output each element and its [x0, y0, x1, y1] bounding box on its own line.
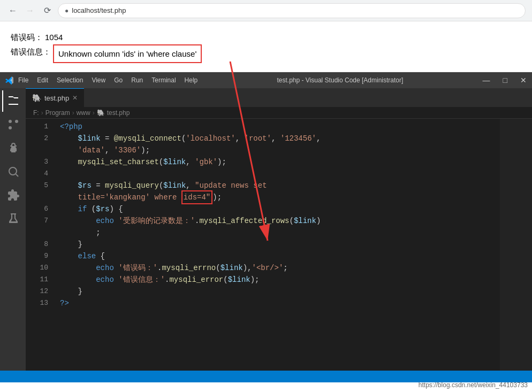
breadcrumb-www: www [77, 109, 90, 117]
browser-chrome: ← → ⟳ ● localhost/test.php [0, 0, 532, 21]
menu-file[interactable]: File [18, 76, 28, 84]
code-line-13: ?> [60, 297, 500, 309]
minimize-button[interactable]: — [483, 76, 490, 84]
status-bar [0, 371, 532, 382]
code-line-5a: $rs = mysqli_query($link, "update news s… [60, 180, 500, 191]
menu-selection[interactable]: Selection [57, 76, 83, 84]
code-line-3: mysqli_set_charset($link, 'gbk'); [60, 156, 500, 168]
menu-go[interactable]: Go [114, 76, 123, 84]
error-code-line: 错误码： 1054 [11, 30, 521, 44]
menu-edit[interactable]: Edit [37, 76, 48, 84]
editor-area: 🐘 test.php ✕ F: › Program › www › 🐘 test… [26, 88, 532, 371]
code-line-7b: ; [60, 227, 500, 239]
url-text: localhost/test.php [72, 6, 126, 14]
code-line-10: echo '错误码：'.mysqli_errno($link),'<br/>'; [60, 262, 500, 274]
page-wrapper: ← → ⟳ ● localhost/test.php 错误码： 1054 错误信… [0, 0, 532, 382]
svg-point-2 [9, 120, 12, 123]
svg-point-3 [9, 167, 17, 175]
code-line-7a: echo '受影响的记录数是：'.mysqli_affected_rows($l… [60, 215, 500, 227]
refresh-button[interactable]: ⟳ [41, 4, 54, 17]
vscode-window: File Edit Selection View Go Run Terminal… [0, 72, 532, 382]
window-title: test.php - Visual Studio Code [Administr… [197, 76, 482, 84]
code-line-2b: 'data', '3306'); [60, 144, 500, 156]
menu-view[interactable]: View [92, 76, 105, 84]
forward-button[interactable]: → [24, 4, 36, 17]
extensions-icon[interactable] [2, 185, 24, 206]
code-line-9: else { [60, 250, 500, 262]
code-line-8: } [60, 239, 500, 250]
breadcrumb-file-icon: 🐘 [97, 109, 105, 117]
menu-bar: File Edit Selection View Go Run Terminal… [18, 76, 197, 84]
search-icon[interactable] [2, 161, 24, 182]
maximize-button[interactable]: □ [503, 76, 507, 84]
code-line-6: if ($rs) { [60, 203, 500, 215]
php-file-icon: 🐘 [32, 94, 41, 102]
tab-bar: 🐘 test.php ✕ [26, 88, 532, 107]
line-numbers: 1 2 3 4 5 6 7 8 9 10 11 12 [26, 119, 52, 371]
code-line-4 [60, 168, 500, 180]
vscode-content: 🐘 test.php ✕ F: › Program › www › 🐘 test… [0, 88, 532, 371]
error-code-label: 错误码： [11, 30, 43, 44]
breadcrumb-f: F: [33, 109, 39, 117]
breadcrumb-file: test.php [107, 109, 130, 117]
vscode-logo-icon [5, 76, 14, 84]
back-button[interactable]: ← [6, 4, 19, 17]
code-editor[interactable]: 1 2 3 4 5 6 7 8 9 10 11 12 [26, 119, 532, 371]
code-line-5b: title='kangkang' where ids=4"); [60, 191, 500, 203]
svg-line-4 [16, 174, 18, 176]
menu-help[interactable]: Help [185, 76, 198, 84]
flask-icon[interactable] [2, 208, 24, 229]
ids-highlighted-box: ids=4" [181, 190, 212, 204]
explorer-icon[interactable] [2, 90, 24, 112]
code-line-12: } [60, 286, 500, 297]
window-controls: — □ ✕ [483, 76, 527, 84]
svg-point-1 [15, 120, 18, 123]
minimap [500, 119, 532, 371]
git-icon[interactable] [2, 114, 24, 135]
code-content: <?php $link = @mysqli_connect('localhost… [52, 119, 500, 371]
error-code-value: 1054 [45, 30, 63, 44]
close-button[interactable]: ✕ [520, 76, 527, 84]
breadcrumb-program: Program [45, 109, 70, 117]
tab-test-php[interactable]: 🐘 test.php ✕ [26, 88, 84, 107]
lock-icon: ● [65, 7, 69, 14]
csdn-watermark: https://blog.csdn.net/weixin_44103733 [419, 381, 528, 389]
menu-run[interactable]: Run [131, 76, 143, 84]
address-bar[interactable]: ● localhost/test.php [58, 3, 526, 18]
activity-bar [0, 88, 26, 371]
breadcrumb: F: › Program › www › 🐘 test.php [26, 107, 532, 119]
error-area: 错误码： 1054 错误信息： Unknown column 'ids' in … [0, 21, 532, 72]
code-line-1: <?php [60, 121, 500, 133]
error-msg-value: Unknown column 'ids' in 'where clause' [53, 44, 202, 63]
error-msg-line: 错误信息： Unknown column 'ids' in 'where cla… [11, 44, 521, 63]
code-line-2a: $link = @mysqli_connect('localhost', 'ro… [60, 133, 500, 144]
menu-terminal[interactable]: Terminal [151, 76, 176, 84]
error-msg-label: 错误信息： [11, 44, 51, 59]
tab-label: test.php [44, 94, 69, 102]
tab-close-icon[interactable]: ✕ [72, 94, 78, 102]
debug-icon[interactable] [2, 137, 24, 159]
code-line-11: echo '错误信息：'.mysqli_error($link); [60, 274, 500, 286]
svg-point-0 [9, 126, 12, 129]
vscode-titlebar: File Edit Selection View Go Run Terminal… [0, 72, 532, 88]
